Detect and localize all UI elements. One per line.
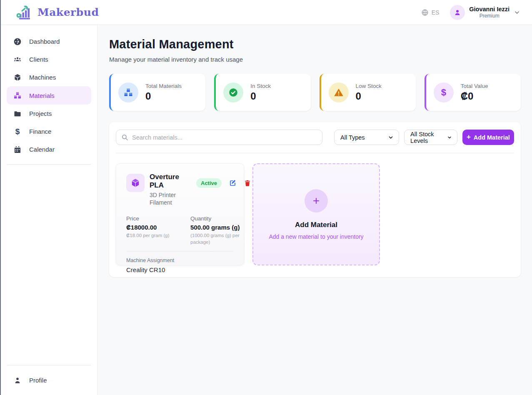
dashboard-icon (13, 38, 22, 46)
user-name: Giovanni Iezzi (469, 6, 510, 12)
language-code: ES (432, 9, 440, 16)
user-menu[interactable]: Giovanni Iezzi Premium (450, 5, 520, 20)
sidebar-item-label: Dashboard (29, 38, 60, 45)
avatar (450, 5, 465, 20)
sidebar-item-clients[interactable]: Clients (1, 50, 97, 68)
sidebar-item-label: Calendar (29, 146, 55, 153)
stat-value: 0 (356, 90, 382, 102)
brand-logo[interactable]: Makerbud (15, 4, 99, 21)
user-plan-badge: Premium (469, 13, 510, 19)
dollar-icon: $ (13, 127, 22, 136)
sidebar-item-finance[interactable]: $ Finance (1, 122, 97, 140)
sidebar-item-label: Machines (29, 74, 56, 81)
check-circle-icon (223, 82, 243, 102)
sidebar-item-materials[interactable]: Materials (7, 86, 91, 105)
boxes-icon (118, 82, 138, 102)
chevron-down-icon (447, 135, 452, 140)
card-divider (126, 251, 234, 252)
user-icon (453, 8, 462, 17)
sidebar-item-dashboard[interactable]: Dashboard (1, 32, 97, 50)
stat-card-total-materials: Total Materials 0 (109, 74, 205, 111)
warning-triangle-icon (329, 82, 349, 102)
sidebar-item-machines[interactable]: Machines (1, 68, 97, 86)
materials-grid: Overture PLA 3D Printer Filament Active (116, 163, 514, 265)
dollar-icon: $ (434, 82, 454, 102)
edit-material-button[interactable] (229, 179, 237, 187)
machine-assignment-value: Creality CR10 (126, 266, 234, 273)
stat-card-in-stock: In Stock 0 (214, 74, 310, 111)
add-material-button-label: Add Material (474, 134, 510, 141)
cube-icon (13, 73, 22, 82)
stat-label: In Stock (250, 83, 271, 89)
edit-icon (229, 179, 237, 187)
language-switcher[interactable]: ES (421, 9, 440, 16)
stat-value: 0 (145, 90, 182, 102)
sidebar-item-calendar[interactable]: Calendar (1, 140, 97, 158)
search-box (116, 130, 322, 145)
page-subtitle: Manage your material inventory and track… (109, 56, 521, 63)
materials-panel: All Types All Stock Levels + Add Materia… (109, 122, 521, 277)
stat-label: Total Value (461, 83, 488, 89)
sidebar-item-label: Profile (29, 377, 47, 384)
stat-card-total-value: $ Total Value ₡0 (425, 74, 521, 111)
stat-card-low-stock: Low Stock 0 (320, 74, 416, 111)
stat-value: ₡0 (461, 90, 488, 102)
materials-toolbar: All Types All Stock Levels + Add Materia… (116, 130, 514, 145)
add-card-title: Add Material (295, 221, 337, 229)
sidebar-item-label: Projects (29, 110, 52, 117)
delete-material-button[interactable] (244, 179, 251, 187)
chevron-down-icon (388, 135, 394, 140)
material-name: Overture PLA (150, 173, 191, 190)
sidebar-divider (7, 365, 91, 365)
stat-label: Low Stock (356, 83, 382, 89)
plus-circle-icon: + (305, 189, 328, 212)
sidebar-item-projects[interactable]: Projects (1, 105, 97, 122)
quantity-value: 500.00 grams (g) (190, 224, 245, 231)
top-header: Makerbud ES Giovanni Iezzi Premium (1, 0, 532, 25)
clients-icon (13, 55, 22, 64)
sidebar-item-profile[interactable]: Profile (1, 371, 97, 389)
sidebar-item-label: Finance (29, 128, 51, 135)
brand-name: Makerbud (37, 6, 99, 18)
material-cube-icon (126, 174, 145, 192)
chevron-down-icon (514, 9, 520, 16)
makerbud-logo-icon (15, 4, 33, 21)
plus-icon: + (313, 194, 320, 208)
main-content: Material Management Manage your material… (97, 25, 532, 395)
plus-icon: + (467, 133, 471, 141)
sidebar-divider (7, 164, 91, 165)
sidebar-item-label: Materials (29, 92, 55, 99)
price-label: Price (126, 215, 180, 222)
add-card-subtitle: Add a new material to your inventory (269, 233, 363, 240)
globe-icon (421, 9, 429, 16)
profile-icon (13, 376, 22, 385)
trash-icon (244, 179, 251, 187)
stat-label: Total Materials (145, 83, 182, 89)
stat-value: 0 (250, 90, 271, 102)
type-filter-select[interactable]: All Types (334, 130, 399, 145)
panel-divider (116, 153, 514, 153)
sidebar-nav: Dashboard Clients Machines (1, 25, 97, 395)
calendar-icon (13, 145, 22, 154)
stock-filter-select[interactable]: All Stock Levels (404, 130, 457, 145)
price-per-unit: ₡18.00 per gram (g) (126, 232, 180, 239)
stats-row: Total Materials 0 In Stock 0 (109, 74, 521, 111)
add-material-button[interactable]: + Add Material (462, 130, 514, 145)
folder-icon (13, 110, 22, 118)
search-icon (121, 134, 128, 141)
boxes-icon (13, 91, 22, 100)
material-card: Overture PLA 3D Printer Filament Active (116, 163, 244, 265)
material-type: 3D Printer Filament (150, 191, 191, 206)
type-filter-value: All Types (340, 134, 365, 141)
package-note: (1000.00 grams (g) per package) (190, 232, 245, 245)
add-material-card[interactable]: + Add Material Add a new material to you… (252, 163, 380, 265)
quantity-label: Quantity (190, 215, 245, 222)
app-window: Makerbud ES Giovanni Iezzi Premium (0, 0, 532, 395)
search-input[interactable] (132, 134, 317, 141)
stock-filter-value: All Stock Levels (410, 131, 447, 144)
sidebar-item-label: Clients (29, 56, 48, 63)
status-badge: Active (196, 178, 222, 188)
page-title: Material Management (109, 38, 521, 51)
machine-assignment-label: Machine Assignment (126, 258, 234, 263)
price-value: ₡18000.00 (126, 224, 180, 231)
